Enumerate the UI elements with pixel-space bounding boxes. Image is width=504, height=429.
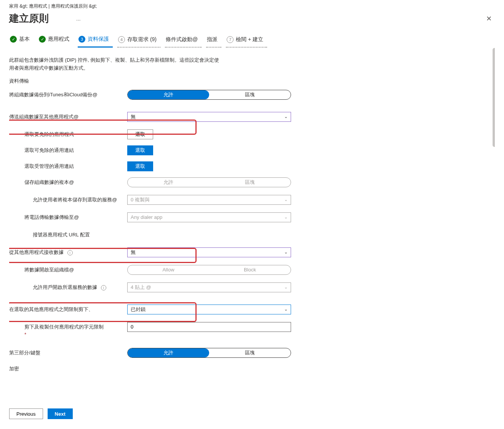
dropdown-save-services: 0 複製與 ⌄ bbox=[127, 195, 291, 205]
dropdown-receive-data[interactable]: 無 ⌄ bbox=[127, 247, 291, 257]
chevron-down-icon: ⌄ bbox=[284, 215, 288, 220]
wizard-tabs: ✓ 基本 ✓ 應用程式 3 資料保護 4 存取需求 (9) 條件式啟動@ 指派 … bbox=[9, 33, 495, 48]
label-restrict-cut: 在選取的其他應用程式之間限制剪下、 bbox=[9, 305, 127, 313]
check-icon: ✓ bbox=[39, 36, 46, 43]
dropdown-value: 無 bbox=[131, 113, 136, 120]
dropdown-value: 0 複製與 bbox=[131, 196, 150, 203]
tab-label: 條件式啟動@ bbox=[166, 36, 198, 43]
toggle-allow[interactable]: 允許 bbox=[128, 348, 209, 357]
dropdown-value: 4 貼上 @ bbox=[131, 284, 151, 291]
dropdown-value: 無 bbox=[131, 249, 136, 256]
tab-apps[interactable]: ✓ 應用程式 bbox=[38, 33, 73, 48]
tab-assignments[interactable]: 指派 bbox=[206, 34, 221, 48]
label-dialer: 將電話傳輸數據傳輸至@ bbox=[9, 212, 127, 221]
toggle-block[interactable]: 區塊 bbox=[209, 90, 291, 99]
step-number: 4 bbox=[118, 36, 125, 43]
wizard-footer: Previous Next bbox=[9, 408, 73, 419]
tab-review[interactable]: 7 檢閱 + 建立 bbox=[226, 34, 267, 48]
tab-label: 指派 bbox=[207, 36, 218, 43]
required-indicator: * bbox=[24, 331, 127, 338]
dropdown-value: 已封鎖 bbox=[131, 306, 146, 313]
section-description: 此群組包含數據外洩防護 (DlP) 控件, 例如剪下、複製、貼上和另存新檔限制。… bbox=[9, 56, 222, 72]
dropdown-value: Any dialer app bbox=[131, 214, 162, 220]
dropdown-send-org-data[interactable]: 無 ⌄ bbox=[127, 112, 291, 122]
breadcrumb[interactable]: 家用 &gt; 應用程式 | 應用程式保護原則 &gt; bbox=[9, 3, 495, 10]
more-menu[interactable]: ··· bbox=[76, 17, 81, 23]
input-char-limit[interactable] bbox=[127, 322, 291, 332]
tab-conditional[interactable]: 條件式啟動@ bbox=[165, 34, 202, 48]
label-backup: 將組織數據備份到iTunes和iCloud備份@ bbox=[9, 90, 127, 98]
chevron-down-icon: ⌄ bbox=[284, 197, 288, 202]
toggle-block[interactable]: 區塊 bbox=[209, 348, 291, 357]
label-open-services: 允許用戶開啟所選服務的數據 i bbox=[9, 282, 127, 291]
dropdown-open-services: 4 貼上 @ ⌄ bbox=[127, 282, 291, 292]
section-title-data-transfer: 資料傳輸 bbox=[9, 78, 495, 85]
section-title-encryption: 加密 bbox=[9, 365, 495, 372]
dropdown-dialer: Any dialer app ⌄ bbox=[127, 212, 291, 222]
chevron-down-icon: ⌄ bbox=[284, 285, 288, 290]
label-send-org-data: 傳送組織數據至其他應用程式@ bbox=[9, 112, 127, 120]
label-keyboard: 第三部分/鍵盤 bbox=[9, 348, 127, 356]
toggle-keyboard[interactable]: 允許 區塊 bbox=[127, 348, 291, 358]
label-dialer-url: 撥號器應用程式 URL 配置 bbox=[9, 230, 127, 238]
chevron-down-icon: ⌄ bbox=[284, 250, 288, 255]
scrollbar-thumb[interactable] bbox=[493, 48, 495, 147]
step-number: 3 bbox=[78, 36, 85, 43]
next-button[interactable]: Next bbox=[48, 408, 73, 419]
select-exempt-apps-button[interactable]: 選取 bbox=[127, 129, 153, 139]
toggle-block: 區塊 bbox=[209, 178, 291, 187]
toggle-allow[interactable]: 允許 bbox=[128, 90, 209, 99]
label-open-org: 將數據開啟至組織檔@ bbox=[9, 265, 127, 273]
toggle-backup[interactable]: 允許 區塊 bbox=[127, 90, 291, 100]
select-managed-links-button[interactable]: 選取 bbox=[127, 161, 153, 171]
tab-label: 檢閱 + 建立 bbox=[236, 36, 263, 43]
dropdown-restrict-cut[interactable]: 已封鎖 ⌄ bbox=[127, 305, 291, 314]
toggle-block: Block bbox=[209, 265, 291, 274]
toggle-open-org: Allow Block bbox=[127, 265, 291, 275]
close-button[interactable]: ✕ bbox=[483, 13, 495, 24]
info-icon[interactable]: i bbox=[67, 250, 73, 255]
label-receive-data: 從其他應用程式接收數據 i bbox=[9, 247, 127, 256]
info-icon[interactable]: i bbox=[101, 285, 106, 290]
step-number: 7 bbox=[227, 36, 234, 43]
check-icon: ✓ bbox=[10, 36, 17, 43]
label-exempt-apps: 選取要免除的應用程式 bbox=[9, 129, 127, 138]
tab-label: 基本 bbox=[19, 36, 30, 43]
tab-basics[interactable]: ✓ 基本 bbox=[9, 33, 34, 48]
label-managed-links: 選取受管理的通用連結 bbox=[9, 161, 127, 170]
tab-label: 資料保護 bbox=[88, 36, 109, 43]
scrollbar[interactable] bbox=[493, 48, 495, 391]
toggle-allow: 允許 bbox=[128, 178, 209, 187]
tab-label: 存取需求 (9) bbox=[127, 36, 157, 43]
tab-data-protection[interactable]: 3 資料保護 bbox=[78, 33, 113, 48]
page-title: 建立原則 bbox=[9, 12, 49, 25]
chevron-down-icon: ⌄ bbox=[284, 114, 288, 119]
label-allow-save-services: 允許使用者將複本儲存到選取的服務@ bbox=[9, 195, 127, 203]
toggle-allow: Allow bbox=[128, 265, 209, 274]
label-char-limit: 剪下及複製任何應用程式的字元限制 * bbox=[9, 322, 127, 338]
toggle-save-copies: 允許 區塊 bbox=[127, 177, 291, 187]
chevron-down-icon: ⌄ bbox=[284, 307, 288, 312]
previous-button[interactable]: Previous bbox=[9, 408, 43, 419]
label-save-copies: 儲存組織數據的複本@ bbox=[9, 177, 127, 186]
tab-access-req[interactable]: 4 存取需求 (9) bbox=[117, 34, 160, 48]
label-exempt-links: 選取可免除的通用連結 bbox=[9, 145, 127, 154]
select-exempt-links-button[interactable]: 選取 bbox=[127, 145, 153, 155]
tab-label: 應用程式 bbox=[48, 36, 69, 43]
